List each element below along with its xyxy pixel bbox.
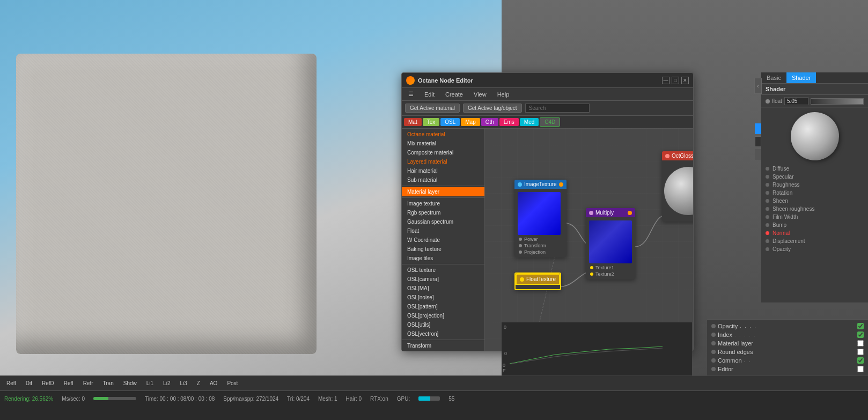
mat-item-mix[interactable]: Mix material <box>402 139 484 148</box>
mat-item-osl-noise[interactable]: OSL[noise] <box>402 293 484 302</box>
get-active-tag-button[interactable]: Get Active tag/object <box>463 104 522 113</box>
mat-item-projection[interactable]: Projection <box>402 350 484 351</box>
node-oct-glossy-title: OctGlossy4 <box>672 153 693 159</box>
menu-hamburger[interactable]: ☰ <box>406 90 416 99</box>
mat-item-osl-ma[interactable]: OSL[MA] <box>402 284 484 293</box>
editor-checkbox[interactable] <box>857 366 864 372</box>
menu-bar: ☰ Edit Create View Help <box>402 88 693 101</box>
status-tab-li1[interactable]: Li1 <box>142 379 158 387</box>
tab-ems[interactable]: Ems <box>499 118 519 126</box>
mat-item-hair[interactable]: Hair material <box>402 166 484 175</box>
collapse-button[interactable]: ‹ <box>754 78 762 94</box>
maximize-button[interactable]: □ <box>672 77 679 84</box>
node-image-texture[interactable]: ImageTexture Power Transform P <box>514 180 567 257</box>
minimize-button[interactable]: — <box>662 77 670 84</box>
prop-bump-label: Bump <box>773 222 786 228</box>
tab-osl[interactable]: OSL <box>440 118 460 126</box>
mat-item-osl-texture[interactable]: OSL texture <box>402 266 484 275</box>
status-tab-li3[interactable]: Li3 <box>175 379 191 387</box>
node-float-texture-header: FloatTexture <box>516 274 560 285</box>
prop-roughness-label: Roughness <box>773 182 800 188</box>
status-tab-refl2[interactable]: Refl <box>60 379 78 387</box>
side-panel-bottom: Opacity . . . . Index . . . . . Material… <box>707 319 868 375</box>
menu-create[interactable]: Create <box>443 90 465 99</box>
port-texture2-label: Texture2 <box>595 271 614 277</box>
close-button[interactable]: ✕ <box>681 77 689 84</box>
gpu-label: GPU: <box>397 396 410 402</box>
node-oct-glossy[interactable]: OctGlossy4 <box>662 151 693 222</box>
round-edges-checkbox[interactable] <box>857 349 864 355</box>
tab-shader[interactable]: Shader <box>786 72 816 83</box>
node-float-texture[interactable]: FloatTexture <box>514 272 561 290</box>
render-graph-inner: 0 <box>502 322 692 375</box>
port-dot <box>590 272 593 276</box>
status-tab-ao[interactable]: AO <box>205 379 222 387</box>
mat-item-image-texture[interactable]: Image texture <box>402 199 484 208</box>
mat-item-composite[interactable]: Composite material <box>402 148 484 157</box>
mat-item-w-coord[interactable]: W Coordinate <box>402 235 484 245</box>
mat-item-sub[interactable]: Sub material <box>402 175 484 185</box>
mat-item-image-tiles[interactable]: Image tiles <box>402 254 484 263</box>
mat-item-layered[interactable]: Layered material <box>402 157 484 166</box>
node-multiply-preview <box>589 220 632 263</box>
float-slider[interactable] <box>811 98 864 105</box>
mat-item-baking[interactable]: Baking texture <box>402 245 484 254</box>
menu-edit[interactable]: Edit <box>422 90 437 99</box>
float-value-input[interactable] <box>784 97 808 105</box>
mat-item-osl-vectron[interactable]: OSL[vectron] <box>402 329 484 338</box>
mat-item-osl-camera[interactable]: OSL[camera] <box>402 275 484 284</box>
prop-dot <box>766 223 769 227</box>
prop-dot <box>766 191 769 195</box>
material-list[interactable]: Octane material Mix material Composite m… <box>402 129 485 351</box>
search-input[interactable] <box>525 104 590 113</box>
tab-med[interactable]: Med <box>520 118 539 126</box>
prop-opacity: Opacity <box>761 245 868 253</box>
right-edge-controls <box>755 123 761 160</box>
menu-help[interactable]: Help <box>495 90 512 99</box>
mat-item-transform[interactable]: Transform <box>402 341 484 350</box>
hair-status: Hair: 0 <box>346 396 362 402</box>
status-tab-tran[interactable]: Tran <box>99 379 118 387</box>
mat-item-gaussian[interactable]: Gaussian spectrum <box>402 217 484 226</box>
mat-item-osl-projection[interactable]: OSL[projection] <box>402 311 484 320</box>
port-dot <box>590 266 593 269</box>
checkbox-editor: Editor <box>711 365 864 373</box>
checkbox-round-edges: Round edges <box>711 348 864 356</box>
tab-oth[interactable]: Oth <box>481 118 498 126</box>
status-tab-post[interactable]: Post <box>223 379 242 387</box>
mat-item-rgb-spectrum[interactable]: Rgb spectrum <box>402 208 484 217</box>
node-canvas[interactable]: ImageTexture Power Transform P <box>485 129 693 351</box>
get-active-material-button[interactable]: Get Active material <box>405 104 460 113</box>
prop-normal: Normal <box>761 229 868 237</box>
node-multiply[interactable]: Multiply Texture1 Texture2 <box>586 208 635 279</box>
common-checkbox[interactable] <box>857 357 864 364</box>
tab-basic[interactable]: Basic <box>761 72 786 83</box>
status-tab-refr[interactable]: Refr <box>79 379 98 387</box>
menu-view[interactable]: View <box>472 90 489 99</box>
node-port-texture2: Texture2 <box>588 271 633 277</box>
mat-item-osl-utils[interactable]: OSL[utils] <box>402 320 484 329</box>
status-tab-li2[interactable]: Li2 <box>159 379 174 387</box>
mat-item-float[interactable]: Float <box>402 226 484 235</box>
tab-tex[interactable]: Tex <box>423 118 440 126</box>
frame-label-0: 0 <box>504 351 507 356</box>
status-tab-refd[interactable]: RefD <box>38 379 58 387</box>
common-dots: . . <box>744 358 752 363</box>
status-tab-dif[interactable]: Dif <box>21 379 36 387</box>
opacity-checkbox[interactable] <box>857 323 864 329</box>
mat-item-material-layer[interactable]: Material layer <box>402 187 484 196</box>
tab-map[interactable]: Map <box>461 118 480 126</box>
prop-dot <box>766 247 769 251</box>
material-layer-checkbox[interactable] <box>857 340 864 347</box>
rendering-status: Rendering: 26.562% <box>4 396 53 402</box>
mat-item-octane[interactable]: Octane material <box>402 130 484 139</box>
index-checkbox[interactable] <box>857 331 864 338</box>
mat-item-osl-pattern[interactable]: OSL[pattern] <box>402 302 484 311</box>
status-tab-shdw[interactable]: Shdw <box>119 379 141 387</box>
tab-c4d[interactable]: C4D <box>540 117 560 127</box>
status-tab-z[interactable]: Z <box>193 379 204 387</box>
status-tab-refl[interactable]: Refl <box>2 379 20 387</box>
tab-mat[interactable]: Mat <box>404 118 422 126</box>
status-bar: Refl Dif RefD Refl Refr Tran Shdw Li1 Li… <box>0 375 868 420</box>
color-bar-blue <box>755 123 761 134</box>
